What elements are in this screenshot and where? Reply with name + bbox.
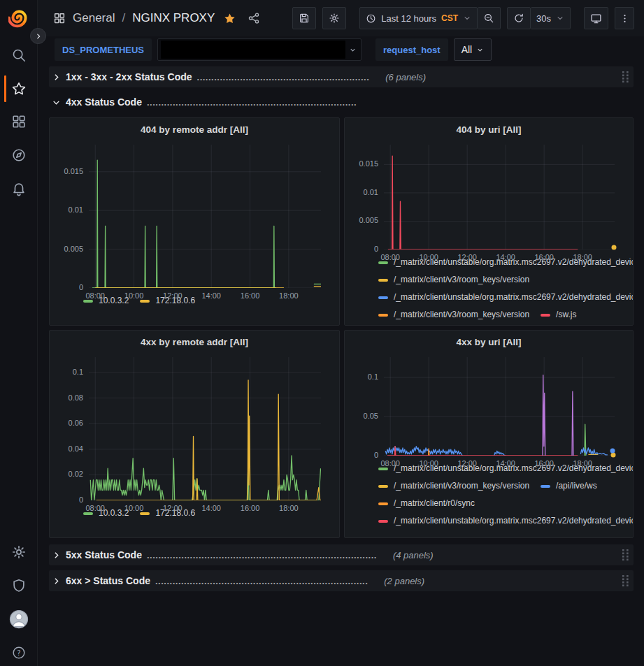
legend-swatch <box>140 512 150 515</box>
legend-label: /sw.js <box>556 306 576 324</box>
legend-item[interactable]: /_matrix/client/v3/room_keys/version <box>378 306 529 324</box>
row-title: 4xx Status Code <box>66 96 142 108</box>
legend-label: /_matrix/client/unstable/org.matrix.msc2… <box>394 512 634 530</box>
x-axis-tick-label: 10:00 <box>419 253 438 261</box>
series-endpoint-marker <box>611 453 616 458</box>
x-axis-tick-label: 14:00 <box>201 504 221 512</box>
row-4xx-status-code[interactable]: 4xx Status Code ........................… <box>49 92 634 112</box>
time-range-label: Last 12 hours <box>381 13 436 24</box>
kebab-icon <box>620 13 630 24</box>
chart-plot-area[interactable]: 0.0150.010.005008:0010:0012:0014:0016:00… <box>89 145 321 288</box>
time-range-picker[interactable]: Last 12 hours CST <box>359 7 478 29</box>
row-title-dots: ........................................… <box>155 576 368 586</box>
legend-item[interactable]: /_matrix/client/unstable/org.matrix.msc2… <box>378 289 634 306</box>
legend-swatch <box>378 502 388 505</box>
x-axis-tick-label: 08:00 <box>85 504 105 512</box>
request-host-variable-select[interactable]: All <box>454 38 492 61</box>
row-5xx-status-code[interactable]: 5xx Status Code ........................… <box>49 544 634 565</box>
chevron-right-icon <box>52 551 61 560</box>
series-endpoint-marker <box>610 449 615 454</box>
y-axis-tick-label: 0 <box>374 245 378 253</box>
datasource-variable-label[interactable]: DS_PROMETHEUS <box>55 38 152 61</box>
legend-swatch <box>140 300 150 303</box>
x-axis-tick-label: 14:00 <box>496 459 515 468</box>
row-6xx-status-code[interactable]: 6xx > Status Code ......................… <box>49 570 634 591</box>
breadcrumb-dashboard-title[interactable]: NGINX PROXY <box>132 11 215 25</box>
x-axis-tick-label: 18:00 <box>573 253 592 261</box>
legend-item[interactable]: /_matrix/client/r0/sync <box>378 495 475 512</box>
chart-plot-area[interactable]: 0.0150.010.005008:0010:0012:0014:0016:00… <box>384 145 615 249</box>
legend-item[interactable]: /_matrix/client/v3/room_keys/version <box>378 271 529 289</box>
row-title: 6xx > Status Code <box>66 575 150 586</box>
sidebar-item-help[interactable]: ? <box>0 637 38 666</box>
sidebar-item-starred[interactable] <box>0 73 38 105</box>
zoom-out-icon <box>483 13 494 24</box>
row-1xx-3xx-2xx-status-code[interactable]: 1xx - 3xx - 2xx Status Code ............… <box>49 66 634 87</box>
chevron-down-icon <box>556 14 564 22</box>
dashboard-settings-button[interactable] <box>322 7 346 29</box>
chart-plot-area[interactable]: 0.10.05008:0010:0012:0014:0016:0018:00 <box>384 357 615 456</box>
panel-title[interactable]: 4xx by uri [All] <box>352 335 626 352</box>
legend-item[interactable]: /_matrix/client/unstable/org.matrix.msc2… <box>378 512 634 530</box>
x-axis-tick-label: 16:00 <box>241 504 260 512</box>
sidebar-expand-button[interactable] <box>30 28 46 44</box>
legend-item[interactable]: /_matrix/client/v3/room_keys/version <box>378 477 529 495</box>
refresh-interval-label: 30s <box>536 13 551 24</box>
x-axis-tick-label: 12:00 <box>457 459 477 468</box>
breadcrumb-separator: / <box>122 11 125 25</box>
breadcrumb: General / NGINX PROXY <box>53 11 260 25</box>
drag-handle-icon[interactable] <box>622 549 629 561</box>
drag-handle-icon[interactable] <box>622 71 629 83</box>
x-axis-tick-label: 16:00 <box>241 291 260 300</box>
row-title: 5xx Status Code <box>66 549 142 560</box>
legend-swatch <box>378 485 388 488</box>
star-filled-icon[interactable] <box>223 12 236 25</box>
panel-404-by-uri: 404 by uri [All] 0.0150.010.005008:0010:… <box>344 117 634 326</box>
sidebar-item-dashboards[interactable] <box>0 106 38 138</box>
row-panel-count: (4 panels) <box>393 550 434 560</box>
save-icon <box>299 13 310 24</box>
request-host-variable-label[interactable]: request_host <box>375 38 448 61</box>
sidebar-item-profile[interactable] <box>0 603 38 635</box>
refresh-interval-picker[interactable]: 30s <box>531 7 571 29</box>
datasource-variable-select[interactable] <box>157 38 362 61</box>
panel-404-by-remote-addr: 404 by remote addr [All] 0.0150.010.0050… <box>49 117 340 326</box>
refresh-dashboard-button[interactable] <box>507 7 531 29</box>
chevron-right-icon <box>52 577 61 586</box>
apps-icon <box>53 12 66 24</box>
panel-title[interactable]: 404 by uri [All] <box>352 122 626 139</box>
tv-mode-button[interactable] <box>584 7 608 29</box>
legend-item[interactable]: /api/live/ws <box>541 477 597 495</box>
x-axis-tick-label: 08:00 <box>380 459 400 468</box>
grafana-logo-icon[interactable] <box>8 7 30 29</box>
save-dashboard-button[interactable] <box>292 7 316 29</box>
sidebar-item-server-admin[interactable] <box>0 570 38 602</box>
refresh-icon <box>513 13 524 24</box>
zoom-out-time-button[interactable] <box>478 7 501 29</box>
x-axis-tick-label: 16:00 <box>534 253 554 261</box>
legend-label: /api/live/ws <box>556 477 597 495</box>
row-title-dots: ........................................… <box>197 72 370 82</box>
legend-item[interactable]: /sw.js <box>541 306 576 324</box>
drag-handle-icon[interactable] <box>622 574 629 587</box>
sidebar-item-explore[interactable] <box>0 139 38 171</box>
svg-text:?: ? <box>17 649 20 657</box>
row-title: 1xx - 3xx - 2xx Status Code <box>66 71 192 82</box>
sidebar: ? <box>0 0 38 666</box>
sidebar-item-search[interactable] <box>0 39 38 71</box>
chart-plot-area[interactable]: 0.10.080.060.040.02008:0010:0012:0014:00… <box>89 357 321 500</box>
panel-title[interactable]: 4xx by remote addr [All] <box>57 335 332 352</box>
avatar <box>8 609 29 630</box>
kebab-menu-button[interactable] <box>615 7 634 29</box>
x-axis-tick-label: 10:00 <box>124 291 144 300</box>
breadcrumb-folder[interactable]: General <box>73 11 115 25</box>
legend-swatch <box>378 468 388 470</box>
panel-title[interactable]: 404 by remote addr [All] <box>57 122 332 139</box>
chart-legend: /_matrix/client/unstable/org.matrix.msc2… <box>378 254 626 324</box>
sidebar-item-alerting[interactable] <box>0 173 38 205</box>
share-icon[interactable] <box>248 12 260 24</box>
sidebar-item-configuration[interactable] <box>0 536 38 568</box>
x-axis-tick-label: 14:00 <box>201 291 221 300</box>
variables-bar: DS_PROMETHEUS request_host All <box>38 36 644 63</box>
row-title-dots: ........................................… <box>147 97 357 108</box>
